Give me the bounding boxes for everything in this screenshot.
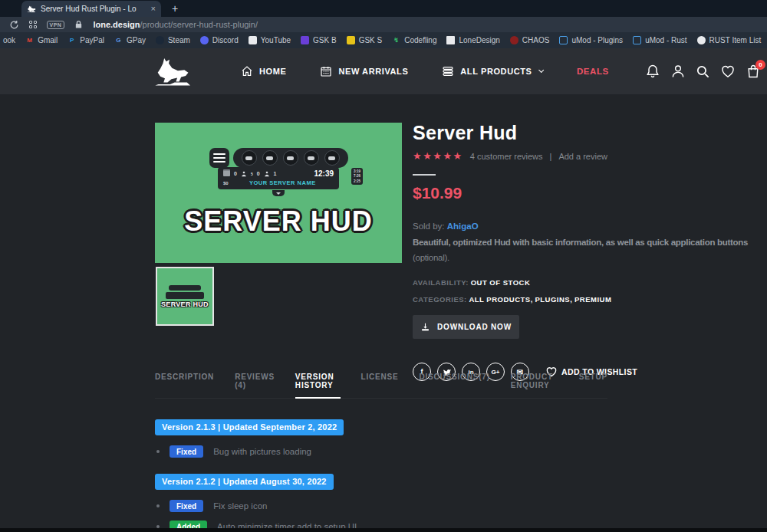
header-icons: 0 <box>645 48 761 94</box>
new-tab-button[interactable]: + <box>172 2 178 15</box>
separator: | <box>550 152 552 161</box>
bookmark-item[interactable]: RUST Item List <box>697 36 762 44</box>
bookmark-item[interactable]: ↯Codefling <box>392 36 436 44</box>
bookmark-item[interactable]: GGPay <box>114 36 146 44</box>
cart-bag-icon[interactable]: 0 <box>746 64 761 79</box>
vpn-badge[interactable]: VPN <box>47 21 65 29</box>
download-icon <box>420 322 430 332</box>
account-icon[interactable] <box>670 64 686 79</box>
browser-address-bar: VPN lone.design/product/server-hud-rust-… <box>0 17 767 32</box>
changelog-item: Fixed Bug with pictures loading <box>156 445 357 458</box>
bullet <box>156 450 160 453</box>
tab-version-history[interactable]: VERSION HISTORY <box>295 373 341 389</box>
hud-helicopter-icon <box>262 150 278 166</box>
site-favicon-wolf-icon <box>27 5 36 13</box>
list-stack-icon <box>442 65 454 77</box>
thumb-hud-bar <box>166 292 204 299</box>
rust-item-list-favicon <box>697 36 706 44</box>
customer-reviews-link[interactable]: 4 customer reviews <box>470 152 543 161</box>
nav-new-arrivals[interactable]: NEW ARRIVALS <box>320 65 408 77</box>
hud-player-icon <box>264 171 270 177</box>
browser-window: Server Hud Rust Plugin - Lo × + VPN lone… <box>0 0 767 532</box>
hud-clock: 12:39 <box>314 169 334 178</box>
seller-link[interactable]: AhigaO <box>447 222 479 231</box>
codefling-favicon: ↯ <box>392 36 400 44</box>
youtube-favicon <box>249 36 257 44</box>
product-image-banner: SERVER HUD <box>184 205 372 238</box>
hud-car-icon <box>304 150 319 166</box>
lock-icon[interactable] <box>74 20 83 29</box>
reload-icon[interactable] <box>9 20 19 30</box>
umod-plugins-favicon <box>559 36 568 44</box>
browser-tab-title: Server Hud Rust Plugin - Lo <box>41 5 146 13</box>
hud-boat-icon <box>242 150 257 166</box>
speed-dial-icon[interactable] <box>29 21 37 28</box>
thumb-hud-bar <box>169 285 201 291</box>
bookmark-item[interactable]: Discord <box>200 36 239 44</box>
bookmark-item[interactable]: GSK B <box>301 36 337 44</box>
bookmark-item[interactable]: GSK S <box>347 36 383 44</box>
notifications-bell-icon[interactable] <box>645 64 660 79</box>
search-icon[interactable] <box>696 64 710 79</box>
hud-money-icon <box>223 171 230 176</box>
product-thumbnail[interactable]: SERVER HUD <box>156 267 214 326</box>
tab-license[interactable]: LICENSE <box>361 373 399 389</box>
changelog-item: Fixed Fix sleep icon <box>156 500 357 512</box>
wishlist-heart-icon[interactable] <box>720 64 736 79</box>
site-header: HOME NEW ARRIVALS ALL PRODUCTS DEALS <box>0 48 767 94</box>
lonedesign-favicon <box>446 36 455 44</box>
bottom-edge <box>0 528 767 532</box>
hud-mockup: 0 5 0 1 12:39 $0 YOUR SERVER NAME 3:19 <box>209 148 348 196</box>
category-link[interactable]: PLUGINS <box>535 295 570 304</box>
hud-stats-bar: 0 5 0 1 12:39 $0 YOUR SERVER NAME 3:19 <box>218 167 339 189</box>
gsks-favicon <box>347 36 355 44</box>
hud-parachute-icon <box>324 150 340 166</box>
nav-home[interactable]: HOME <box>241 65 286 77</box>
url-text[interactable]: lone.design/product/server-hud-rust-plug… <box>93 20 258 29</box>
hud-minimize-notch <box>272 190 285 196</box>
categories-row: CATEGORIES: ALL PRODUCTS, PLUGINS, PREMI… <box>413 295 762 304</box>
lone-design-logo[interactable] <box>152 54 195 88</box>
product-main-image[interactable]: 0 5 0 1 12:39 $0 YOUR SERVER NAME 3:19 <box>155 123 402 263</box>
rating-stars: ★★★★★ <box>413 150 463 162</box>
tab-product-enquiry[interactable]: PRODUCT ENQUIRY <box>511 373 558 389</box>
nav-all-products[interactable]: ALL PRODUCTS <box>442 65 543 77</box>
bookmark-item[interactable]: YouTube <box>249 36 291 44</box>
main-navigation: HOME NEW ARRIVALS ALL PRODUCTS DEALS <box>241 48 609 94</box>
tab-setup[interactable]: SETUP <box>579 373 607 389</box>
bookmark-item[interactable]: Steam <box>156 36 190 44</box>
bookmark-item[interactable]: CHAOS <box>510 36 550 44</box>
tab-close-icon[interactable]: × <box>151 5 156 13</box>
add-review-link[interactable]: Add a review <box>558 152 607 161</box>
download-now-button[interactable]: DOWNLOAD NOW <box>413 315 519 339</box>
hud-plane-icon <box>283 150 298 166</box>
change-tag-fixed: Fixed <box>170 500 203 512</box>
bookmarks-bar: ook MGmail PPayPal GGPay Steam Discord Y… <box>0 32 767 48</box>
tab-description[interactable]: DESCRIPTION <box>155 373 214 389</box>
product-tabs: DESCRIPTION REVIEWS (4) VERSION HISTORY … <box>155 373 607 399</box>
version-header-badge: Version 2.1.2 | Updated August 30, 2022 <box>155 474 334 490</box>
rating-row: ★★★★★ 4 customer reviews | Add a review <box>413 150 762 162</box>
hud-hamburger-icon <box>209 148 229 168</box>
bookmark-item[interactable]: PPayPal <box>67 36 104 44</box>
bookmark-item[interactable]: ook <box>3 36 15 44</box>
hud-server-name: YOUR SERVER NAME <box>232 179 334 186</box>
browser-tab[interactable]: Server Hud Rust Plugin - Lo × <box>21 1 161 17</box>
hud-event-timers: 3:19 7:26 2:25 <box>351 168 363 185</box>
bookmark-item[interactable]: MGmail <box>25 36 58 44</box>
url-domain: lone.design <box>93 20 140 29</box>
browser-tab-bar: Server Hud Rust Plugin - Lo × + <box>0 0 767 17</box>
gskb-favicon <box>301 36 309 44</box>
category-link[interactable]: PREMIUM <box>574 295 611 304</box>
thumbnail-banner: SERVER HUD <box>161 300 209 308</box>
category-link[interactable]: ALL PRODUCTS <box>469 295 530 304</box>
divider <box>413 174 436 176</box>
hud-cash-value: $0 <box>223 181 229 186</box>
bookmark-item[interactable]: uMod - Rust <box>633 36 686 44</box>
chaos-favicon <box>510 36 518 44</box>
bookmark-item[interactable]: uMod - Plugins <box>559 36 623 44</box>
bookmark-item[interactable]: LoneDesign <box>446 36 499 44</box>
tab-reviews[interactable]: REVIEWS (4) <box>235 373 275 389</box>
tab-discussions[interactable]: DISCUSSIONS(7) <box>419 373 489 389</box>
nav-deals[interactable]: DEALS <box>577 67 609 76</box>
